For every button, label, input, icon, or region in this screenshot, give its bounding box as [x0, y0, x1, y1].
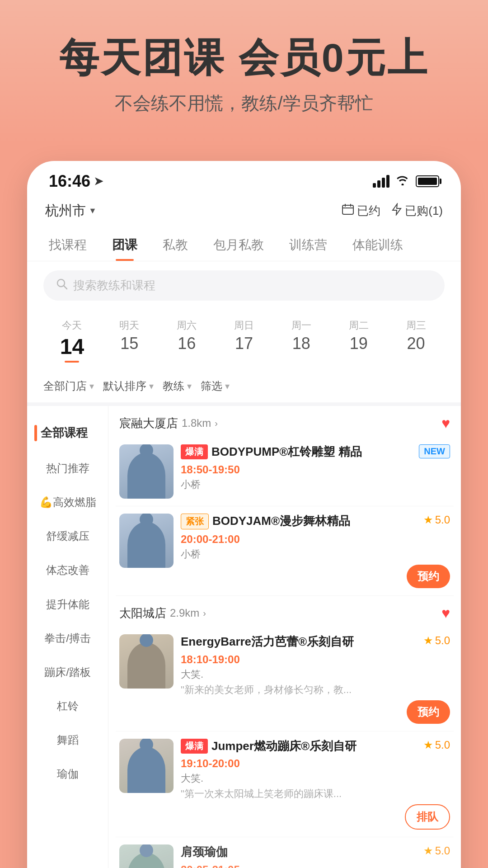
course-time-2: 20:00-21:00: [181, 533, 450, 546]
date-sun[interactable]: 周日 17: [216, 315, 273, 366]
sidebar-item-relax[interactable]: 舒缓减压: [27, 519, 108, 553]
date-tue[interactable]: 周二 19: [330, 315, 387, 366]
reserve-button-2[interactable]: 预约: [407, 565, 450, 588]
phone-wrapper: 16:46 ➤ 杭州市 ▼: [0, 143, 488, 868]
search-bar[interactable]: 搜索教练和课程: [43, 270, 445, 301]
course-card-2: 紧张 BODYJAM®漫步舞林精品 ★ 5.0 20:00-21:00 小桥 预…: [116, 506, 454, 596]
city-selector[interactable]: 杭州市 ▼: [45, 202, 97, 220]
sidebar-item-all[interactable]: 全部课程: [27, 415, 108, 451]
store-header-1: 宸融大厦店 1.8km › ♥: [116, 406, 454, 437]
svg-rect-0: [343, 205, 353, 214]
rating-4: ★ 5.0: [423, 739, 450, 751]
tab-monthly-pt[interactable]: 包月私教: [201, 229, 277, 261]
sidebar-item-fat-burn[interactable]: 💪高效燃脂: [27, 485, 108, 519]
course-thumb-2: [119, 514, 174, 568]
sidebar-item-posture[interactable]: 体态改善: [27, 553, 108, 587]
filter-screen[interactable]: 筛选 ▾: [201, 379, 230, 393]
date-mon[interactable]: 周一 18: [272, 315, 330, 366]
instructor-silhouette-3: [127, 642, 165, 689]
course-info-1: 爆满 BODYPUMP®杠铃雕塑 精品 NEW 18:50-19:50 小桥: [181, 444, 450, 491]
chevron-down-icon: ▾: [187, 381, 192, 392]
tab-group-class[interactable]: 团课: [99, 229, 150, 261]
course-name-wrap-4: 爆满 Jumper燃动蹦床®乐刻自研: [181, 739, 420, 754]
chevron-down-icon: ▾: [149, 381, 154, 392]
reserve-button-3[interactable]: 预约: [407, 700, 450, 724]
status-time: 16:46 ➤: [49, 172, 103, 191]
instructor-silhouette-5: [127, 853, 165, 868]
course-card-actions-4: 排队: [181, 804, 450, 830]
full-tag-1: 爆满: [181, 444, 208, 459]
search-icon: [56, 278, 68, 293]
sidebar-item-dance[interactable]: 舞蹈: [27, 723, 108, 757]
course-title-row-3: EnergyBarre活力芭蕾®乐刻自研 ★ 5.0: [181, 634, 450, 650]
instructor-placeholder-2: [119, 514, 174, 568]
sidebar-item-popular[interactable]: 热门推荐: [27, 451, 108, 485]
sidebar-item-fitness[interactable]: 提升体能: [27, 587, 108, 621]
store-header-2: 太阳城店 2.9km › ♥: [116, 596, 454, 627]
wifi-icon: [396, 174, 409, 189]
course-trainer-3: 大笑.: [181, 668, 450, 681]
course-card-5: 肩颈瑜伽 ★ 5.0 20:05-21:05 夏瑾: [116, 837, 454, 868]
date-sat[interactable]: 周六 16: [158, 315, 216, 366]
course-title-row-5: 肩颈瑜伽 ★ 5.0: [181, 844, 450, 860]
course-name-wrap-3: EnergyBarre活力芭蕾®乐刻自研: [181, 634, 420, 650]
filter-store[interactable]: 全部门店 ▾: [43, 379, 94, 393]
date-wed[interactable]: 周三 20: [387, 315, 445, 366]
date-tomorrow[interactable]: 明天 15: [101, 315, 158, 366]
active-bar-indicator: [34, 425, 37, 441]
course-title-row-1: 爆满 BODYPUMP®杠铃雕塑 精品 NEW: [181, 444, 450, 460]
course-time-3: 18:10-19:00: [181, 653, 450, 666]
favorite-icon-1[interactable]: ♥: [441, 415, 450, 432]
full-tag-4: 爆满: [181, 739, 208, 754]
star-icon-4: ★: [423, 739, 433, 751]
chevron-down-icon: ▾: [89, 381, 94, 392]
nav-tabs: 找课程 团课 私教 包月私教 训练营 体能训练: [27, 229, 461, 261]
instructor-placeholder: [119, 444, 174, 499]
queue-button-4[interactable]: 排队: [405, 804, 450, 830]
filter-sort[interactable]: 默认排序 ▾: [103, 379, 154, 393]
course-trainer-2: 小桥: [181, 547, 450, 561]
course-thumb-4: [119, 739, 174, 793]
calendar-icon: [342, 203, 354, 219]
chevron-right-icon-2: ›: [203, 608, 206, 618]
date-today[interactable]: 今天 14: [43, 315, 101, 366]
booked-button[interactable]: 已约: [342, 203, 380, 219]
rating-2: ★ 5.0: [423, 514, 450, 526]
svg-marker-4: [393, 204, 401, 215]
instructor-placeholder-4: [119, 739, 174, 793]
course-trainer-4: 大笑.: [181, 772, 450, 785]
hero-section: 每天团课 会员0元上 不会练不用慌，教练/学员齐帮忙: [0, 0, 488, 143]
course-card-1: 爆满 BODYPUMP®杠铃雕塑 精品 NEW 18:50-19:50 小桥: [116, 437, 454, 506]
course-area: 全部课程 热门推荐 💪高效燃脂 舒缓减压 体态改善 提升体能 拳击/搏击 蹦床/…: [27, 406, 461, 868]
dropdown-arrow-icon: ▼: [89, 206, 97, 216]
course-info-4: 爆满 Jumper燃动蹦床®乐刻自研 ★ 5.0 19:10-20:00 大笑.…: [181, 739, 450, 830]
instructor-placeholder-5: [119, 844, 174, 868]
course-card-actions-2: 预约: [181, 565, 450, 588]
course-trainer-1: 小桥: [181, 478, 450, 491]
tight-tag-2: 紧张: [181, 514, 209, 529]
flash-icon: [391, 203, 402, 219]
tab-find-course[interactable]: 找课程: [36, 229, 99, 261]
rating-5: ★ 5.0: [423, 844, 450, 857]
status-bar: 16:46 ➤: [27, 161, 461, 198]
sidebar-item-trampoline[interactable]: 蹦床/踏板: [27, 655, 108, 689]
sidebar-item-barbell[interactable]: 杠铃: [27, 689, 108, 723]
store-name-2[interactable]: 太阳城店 2.9km ›: [119, 605, 206, 621]
course-info-3: EnergyBarre活力芭蕾®乐刻自研 ★ 5.0 18:10-19:00 大…: [181, 634, 450, 724]
tab-fitness-training[interactable]: 体能训练: [340, 229, 416, 261]
purchased-button[interactable]: 已购(1): [391, 203, 443, 219]
filter-trainer[interactable]: 教练 ▾: [163, 379, 192, 393]
course-title-row-2: 紧张 BODYJAM®漫步舞林精品 ★ 5.0: [181, 514, 450, 529]
tab-training-camp[interactable]: 训练营: [277, 229, 340, 261]
course-name-wrap-5: 肩颈瑜伽: [181, 844, 420, 860]
sidebar-item-yoga[interactable]: 瑜伽: [27, 757, 108, 791]
store-name-1[interactable]: 宸融大厦店 1.8km ›: [119, 415, 218, 431]
course-desc-3: "新来的美女老师，身材修长匀称，教...: [181, 683, 450, 697]
phone-mockup: 16:46 ➤ 杭州市 ▼: [27, 161, 461, 868]
course-title-row-4: 爆满 Jumper燃动蹦床®乐刻自研 ★ 5.0: [181, 739, 450, 754]
favorite-icon-2[interactable]: ♥: [441, 605, 450, 622]
course-thumb-5: [119, 844, 174, 868]
tab-personal-training[interactable]: 私教: [150, 229, 201, 261]
chevron-down-icon: ▾: [225, 381, 230, 392]
sidebar-item-boxing[interactable]: 拳击/搏击: [27, 621, 108, 655]
